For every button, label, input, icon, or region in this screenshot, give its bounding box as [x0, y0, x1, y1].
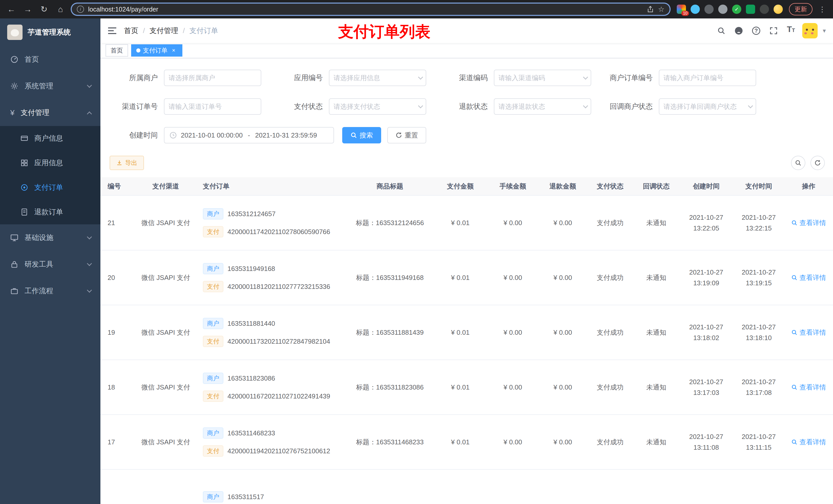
extension-icon[interactable] — [732, 5, 741, 14]
cell-order: 商户1635311517 — [193, 470, 346, 504]
extension-icon[interactable]: 10 — [677, 5, 686, 14]
avatar[interactable] — [802, 23, 818, 39]
extension-icon[interactable] — [705, 5, 714, 14]
sidebar-item-dev-tools[interactable]: 研发工具 — [0, 251, 100, 278]
extension-icon[interactable] — [718, 5, 728, 14]
cell-create-time — [679, 470, 733, 504]
refund-status-input[interactable] — [498, 103, 580, 111]
bookmark-star-icon[interactable] — [658, 5, 664, 14]
search-icon[interactable] — [715, 25, 728, 37]
view-detail-link[interactable]: 查看详情 — [791, 273, 826, 282]
font-size-icon[interactable] — [785, 25, 797, 37]
tab-pay-order[interactable]: 支付订单 — [131, 44, 182, 56]
fullscreen-icon[interactable] — [767, 25, 780, 37]
sidebar-item-infra[interactable]: 基础设施 — [0, 224, 100, 251]
app-no-select[interactable] — [329, 70, 426, 86]
merchant-tag: 商户 — [203, 427, 223, 439]
extension-icon[interactable] — [746, 5, 755, 14]
sidebar-item-workflow[interactable]: 工作流程 — [0, 278, 100, 304]
filter-channel-code: 渠道编码 — [437, 70, 597, 86]
search-button[interactable]: 搜索 — [342, 127, 381, 143]
pay-tag: 支付 — [203, 336, 223, 347]
browser-back-button[interactable] — [5, 3, 18, 15]
extension-icon[interactable] — [774, 5, 783, 14]
merchant-no: 1635312124657 — [228, 210, 276, 218]
screen: localhost:1024/pay/order 10 更新 芋道管理系统 — [0, 0, 833, 504]
avatar-caret-icon[interactable] — [823, 27, 826, 34]
sidebar-item-merchant-info[interactable]: 商户信息 — [0, 126, 100, 150]
help-icon[interactable] — [750, 25, 762, 37]
create-time-range-picker[interactable]: 2021-10-01 00:00:00 - 2021-10-31 23:59:5… — [164, 127, 334, 143]
merchant-order-no-input[interactable] — [663, 74, 752, 82]
refresh-table-button[interactable] — [810, 156, 825, 170]
export-button[interactable]: 导出 — [110, 156, 144, 170]
view-detail-link[interactable]: 查看详情 — [791, 218, 826, 227]
merchant-input[interactable] — [169, 74, 257, 82]
filter-label: 支付状态 — [272, 102, 329, 112]
merchant-select[interactable] — [164, 70, 261, 86]
sidebar-item-app-info[interactable]: 应用信息 — [0, 150, 100, 175]
filter-label: 回调商户状态 — [602, 102, 659, 112]
browser-update-button[interactable]: 更新 — [789, 3, 812, 15]
reset-button[interactable]: 重置 — [387, 127, 426, 143]
cell-pay-amount: ¥ 0.01 — [433, 305, 487, 360]
tab-home[interactable]: 首页 — [105, 44, 128, 56]
sidebar-item-home[interactable]: 首页 — [0, 46, 100, 73]
filter-row-3: 创建时间 2021-10-01 00:00:00 - 2021-10-31 23… — [100, 127, 833, 143]
date-end: 2021-10-31 23:59:59 — [255, 131, 317, 139]
cell-pay-status: 支付成功 — [587, 360, 633, 414]
browser-menu-icon[interactable] — [817, 5, 828, 14]
cell-title: 标题：1635311949168 — [346, 250, 433, 305]
share-icon[interactable] — [647, 6, 654, 13]
site-info-icon[interactable] — [77, 6, 84, 13]
cell-actions: 查看详情 — [784, 250, 833, 305]
sidebar-item-refund-order[interactable]: 退款订单 — [0, 200, 100, 224]
channel-order-no-input[interactable] — [169, 103, 257, 111]
close-tab-icon[interactable] — [170, 47, 177, 54]
channel-order-no-field[interactable] — [164, 98, 261, 115]
filter-merchant-order-no: 商户订单编号 — [602, 70, 762, 86]
view-detail-link[interactable]: 查看详情 — [791, 383, 826, 392]
refund-status-select[interactable] — [494, 98, 591, 115]
pay-no: 4200001173202110272847982104 — [228, 338, 330, 345]
address-bar[interactable]: localhost:1024/pay/order — [71, 3, 671, 16]
channel-code-input[interactable] — [498, 74, 580, 82]
col-refund-amount: 退款金额 — [539, 182, 587, 191]
breadcrumb-pay-mgmt[interactable]: 支付管理 — [149, 26, 178, 35]
merchant-tag: 商户 — [203, 318, 223, 329]
extension-icon[interactable] — [691, 5, 700, 14]
hamburger-icon[interactable] — [108, 27, 117, 34]
pay-status-select[interactable] — [329, 98, 426, 115]
cell-title: 标题：1635311468233 — [346, 415, 433, 469]
channel-code-select[interactable] — [494, 70, 591, 86]
extension-icon[interactable] — [760, 5, 769, 14]
cell-pay-status: 支付成功 — [587, 305, 633, 360]
sidebar-item-system[interactable]: 系统管理 — [0, 73, 100, 99]
cell-fee-amount: ¥ 0.00 — [487, 196, 539, 250]
logo-image — [7, 25, 23, 40]
cell-actions: 查看详情 — [784, 305, 833, 360]
breadcrumb-home[interactable]: 首页 — [124, 26, 138, 35]
merchant-order-no-field[interactable] — [659, 70, 756, 86]
pay-tag: 支付 — [203, 446, 223, 457]
notify-status-input[interactable] — [663, 103, 745, 111]
browser-home-button[interactable] — [54, 3, 67, 15]
github-icon[interactable] — [733, 25, 745, 37]
sidebar-item-pay-order[interactable]: 支付订单 — [0, 175, 100, 200]
sidebar-item-payment[interactable]: 支付管理 — [0, 99, 100, 126]
merchant-tag: 商户 — [203, 208, 223, 219]
yen-icon — [10, 108, 15, 117]
browser-reload-button[interactable] — [38, 3, 50, 15]
toggle-search-button[interactable] — [791, 156, 805, 170]
app-logo[interactable]: 芋道管理系统 — [0, 19, 100, 46]
app-no-input[interactable] — [334, 74, 415, 82]
view-detail-link[interactable]: 查看详情 — [791, 328, 826, 337]
merchant-no: 1635311823086 — [228, 375, 275, 382]
extension-badge: 10 — [681, 11, 689, 16]
pay-status-input[interactable] — [334, 103, 415, 111]
view-detail-link[interactable]: 查看详情 — [791, 438, 826, 447]
notify-status-select[interactable] — [659, 98, 756, 115]
browser-forward-button[interactable] — [22, 3, 34, 15]
col-fee-amount: 手续金额 — [487, 182, 539, 191]
active-tab-dot — [136, 48, 140, 52]
